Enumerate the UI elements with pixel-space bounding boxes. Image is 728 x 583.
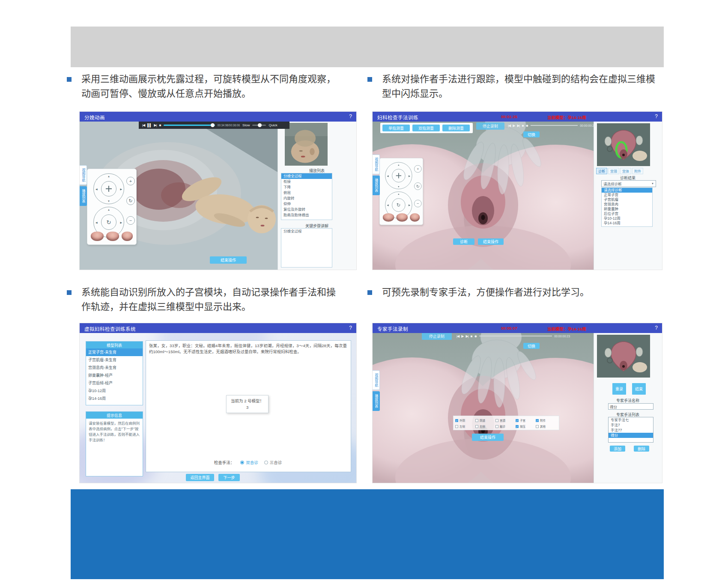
stop-icon[interactable]: ■ [471,334,472,338]
zoom-out-button[interactable]: − [126,216,135,225]
pause-icon[interactable]: ▌▌ [147,123,151,127]
pan-right-icon[interactable]: ▶ [409,174,410,177]
rotate-up-icon[interactable]: ▲ [397,193,400,195]
zoom-in-button[interactable]: + [414,165,422,173]
progress-thumb-icon[interactable]: ● [525,123,528,128]
expert-item[interactable]: 手法77 [609,428,653,433]
playlist-item[interactable]: 胎肩及胎体娩出 [281,212,332,218]
rotate-up-icon[interactable]: ▲ [107,208,110,211]
end-operation-button[interactable]: 结束操作 [478,238,504,245]
prev-frame-icon[interactable]: |◀ [508,124,510,128]
single-finger-measure-button[interactable]: 单指测量 [382,125,410,131]
radio-off-icon[interactable] [264,461,268,464]
expert-item[interactable]: 得分 [609,433,653,438]
stop-icon[interactable]: ■ [522,124,524,128]
rotate-left-icon[interactable]: ◀ [387,204,389,206]
diagnosis-item[interactable]: 子宫肌瘤 [602,197,652,202]
model-list-item[interactable]: 孕14-16周 [86,395,143,402]
checkbox-checked-icon[interactable] [516,425,519,428]
zoom-out-button[interactable]: − [414,200,422,208]
model-preset-thumb[interactable] [383,213,394,221]
checklist-item[interactable]: 右侧 [475,424,495,428]
playlist-item[interactable]: 衔接 [281,179,332,184]
zoom-in-button[interactable]: + [126,177,135,185]
play-icon[interactable]: ▶ [461,334,463,338]
pan-down-icon[interactable]: ▼ [397,185,400,187]
stop-icon[interactable]: ■ [159,123,161,127]
next-frame-icon[interactable]: ▶| [517,124,519,128]
tab-view-navigation[interactable]: 视图导航 [373,155,380,174]
delete-measure-button[interactable]: 删除测量 [442,125,470,131]
checkbox-checked-icon[interactable] [536,419,539,422]
rotate-center-icon[interactable]: ↻ [101,214,116,230]
checklist-item[interactable]: 宫颈 [495,418,516,422]
playlist-item[interactable]: 内旋转 [281,196,332,201]
progress-slider[interactable] [164,125,215,126]
rotate-center-icon[interactable]: ↻ [392,198,406,212]
reset-view-button[interactable]: ↻ [414,182,422,190]
checkbox-checked-icon[interactable] [516,419,519,422]
playlist-item[interactable]: 俯屈 [281,190,332,196]
pan-up-icon[interactable]: ▲ [107,175,110,178]
playlist-item[interactable]: 分娩全过程 [281,173,332,179]
tab-view-navigation[interactable]: 视图导航 [80,165,87,185]
model-preset-thumb[interactable] [410,213,420,221]
pan-center-icon[interactable] [101,181,116,196]
delete-button[interactable]: 删除 [634,446,649,452]
next-step-button[interactable]: 下一步 [218,474,240,481]
tab-cervix[interactable]: 宫颈 [608,168,619,174]
model-list-item[interactable]: 正常子宫-未生育 [86,348,143,356]
expert-item[interactable]: 手法7 [609,422,653,428]
model-preset-thumb[interactable] [122,232,133,241]
playlist-item[interactable]: 仰伸 [281,201,332,207]
pan-control[interactable]: ▲ ▼ ◀ ▶ [93,173,124,204]
pan-left-icon[interactable]: ◀ [387,174,389,177]
finish-record-button[interactable]: 结束 [632,383,646,395]
checklist-item[interactable]: 附件 [536,418,556,422]
playlist-item[interactable]: 下降 [281,184,332,190]
rotate-left-icon[interactable]: ◀ [95,221,98,224]
pan-down-icon[interactable]: ▼ [107,200,110,202]
end-operation-button[interactable]: 结束操作 [472,434,504,441]
uterus-preview-thumbnail[interactable] [597,335,650,378]
progress-thumb-icon[interactable]: ● [474,333,477,339]
tab-uterus-body[interactable]: 宫体 [620,168,631,174]
checkbox-icon[interactable] [495,419,498,422]
progress-slider-thumb[interactable] [211,123,215,127]
tab-view-navigation[interactable]: 视图导航 [373,370,380,390]
pan-up-icon[interactable]: ▲ [397,164,400,166]
pan-center-icon[interactable] [392,169,406,183]
model-list-item[interactable]: 子宫后倾-经产 [86,379,143,387]
tab-playlist[interactable]: 播放列表 [373,175,380,195]
diagnosis-item[interactable]: 卵巢囊肿 [602,207,652,211]
diagnose-button[interactable]: 诊断 [453,238,474,245]
3d-viewport-expert[interactable] [373,333,594,483]
progress-slider[interactable] [479,336,552,336]
tab-adnexa[interactable]: 附件 [632,168,643,174]
model-list-item[interactable]: 宫颈息肉-未生育 [86,364,143,372]
diagnosis-dropdown[interactable]: 请选择诊断 ▼ [601,180,656,187]
model-list-item[interactable]: 卵巢囊肿-经产 [86,372,143,379]
end-operation-button[interactable]: 结束操作 [210,256,247,264]
tab-diagnosis[interactable]: 诊断 [596,168,607,174]
add-button[interactable]: 添加 [610,446,625,452]
progress-slider[interactable] [531,125,578,126]
double-finger-measure-button[interactable]: 双指测量 [412,125,440,131]
model-preset-thumb[interactable] [397,213,408,221]
checkbox-icon[interactable] [455,425,458,428]
checklist-item[interactable]: 触诊 [495,424,516,428]
checklist-item[interactable]: 阴道 [475,418,495,422]
speed-slider-thumb[interactable] [258,123,262,127]
checklist-item[interactable]: 按压 [516,424,536,428]
prev-frame-icon[interactable]: |◀ [456,334,459,338]
rotate-right-icon[interactable]: ▶ [409,204,410,206]
next-frame-icon[interactable]: ▶| [465,334,468,338]
checkbox-icon[interactable] [536,425,539,428]
camera-preview-thumbnail[interactable] [280,123,332,166]
prev-frame-icon[interactable]: |◀ [142,123,145,127]
help-icon[interactable]: ? [349,325,352,331]
switch-view-button[interactable]: 切换 [523,343,540,349]
next-frame-icon[interactable]: ▶| [154,123,157,127]
playlist-item[interactable]: 复位及外旋转 [281,207,332,212]
checklist-item[interactable]: 左侧 [455,424,475,428]
